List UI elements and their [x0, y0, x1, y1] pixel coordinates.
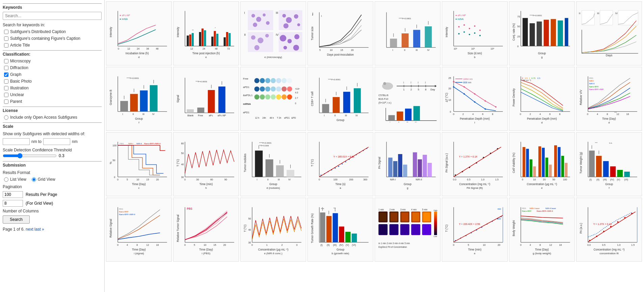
scale-to-input[interactable] [43, 138, 70, 145]
graph-item-4[interactable]: 5 10 15 20 Days post-inoculation Tumor s… [307, 1, 373, 65]
svg-point-45 [254, 45, 260, 50]
svg-text:II: II [404, 49, 405, 52]
svg-rect-200 [343, 92, 350, 113]
graph-item-9[interactable]: I II III IV Group Granzyme B ****P<0.000… [106, 67, 172, 131]
svg-text:1.0: 1.0 [481, 178, 484, 181]
svg-text:Time (Day): Time (Day) [132, 182, 146, 185]
graph-item-14[interactable]: 1064 nm 808 nm 0 2 4 6 8 0 10 20 25 Pene… [442, 67, 508, 131]
graph-item-11[interactable]: Free aPD1 &aPDL1 mRNA aPD1 [240, 67, 306, 131]
svg-text:15: 15 [341, 49, 343, 52]
next-link[interactable]: next [26, 227, 33, 232]
graph-item-22[interactable]: Y = 1.27X + 0.14 0.0 0.5 1.0 1.5 Concent… [442, 132, 508, 196]
grid-view-radio[interactable] [32, 177, 36, 182]
graph-item-16[interactable]: PBS NIR-I NIR-II Nano-BFF Nano-BFF+NIR 0… [576, 67, 642, 131]
graph-item-17[interactable]: PBS NIR-I NIR-II Nano-BFF+NIR-II 0 50 10… [106, 132, 172, 196]
svg-text:(I): (I) [589, 178, 592, 181]
graph-item-10[interactable]: Blank Free aFc aFc-NP Signal ***P=0.0003 [173, 67, 239, 131]
grid-container: 0 12 24 36 48 ● αFc-NP ● imNA Incubation… [106, 1, 643, 262]
svg-text:Granzyme B: Granzyme B [109, 89, 112, 105]
svg-text:I: I [123, 113, 123, 116]
cl-unclear[interactable] [4, 93, 8, 97]
svg-point-97 [469, 34, 470, 35]
graph-item-13[interactable]: 1 2 5 8 Day ↓ ↓ ↓ ↓ C57BL/6 B16-F10 (5×1… [375, 67, 440, 131]
graph-item-21[interactable]: NIR-I NIR-II Group PA Signal g [375, 132, 440, 196]
graph-item-18[interactable]: 30 40 50 60 0 30 60 90 Time (min) T (°C)… [173, 132, 239, 196]
scale-nm-unit: nm [72, 139, 78, 144]
license-open-radio[interactable] [4, 115, 8, 120]
svg-text:***: *** [614, 111, 617, 113]
graph-item-19[interactable]: I II III IV Group Tumor nodules ****P<0.… [240, 132, 306, 196]
svg-text:10: 10 [330, 49, 332, 52]
graph-item-5[interactable]: I II III IV ****P<0.0001 [375, 1, 440, 65]
svg-text:C57BL/6: C57BL/6 [378, 94, 388, 97]
cl-parent[interactable] [4, 99, 8, 104]
svg-text:3 min: 3 min [400, 208, 406, 211]
graph-item-23[interactable]: 0 10 20 50 100 Concentration (μg mL⁻¹) C… [509, 132, 575, 196]
svg-text:T (°C): T (°C) [311, 159, 314, 166]
cl-graph[interactable] [4, 72, 8, 77]
graph-item-12[interactable]: I II III IV Group CD8+ T cell ****P<0.00… [307, 67, 373, 131]
graph-item-26[interactable]: PBS 0 5 10 15 20 Time (Day) Relative Tum… [173, 198, 239, 262]
svg-text:III: III [276, 11, 278, 14]
columns-input[interactable] [3, 200, 23, 207]
cl-parent-row: Parent [4, 99, 102, 104]
svg-text:aPD1: aPD1 [243, 86, 249, 89]
graph-item-27[interactable]: 30 40 50 0 1 2 3 Concentration (μg mL⁻¹)… [240, 198, 306, 262]
cl-parent-label: Parent [10, 99, 22, 104]
cl-graph-row: Graph [4, 72, 102, 77]
cl-diffraction[interactable] [4, 66, 8, 70]
svg-rect-331 [276, 165, 284, 177]
last-link[interactable]: last » [34, 227, 44, 232]
svg-rect-512 [390, 224, 399, 235]
pagination-label: Pagination [3, 184, 102, 189]
graph-item-3[interactable]: I II III [240, 1, 306, 65]
cl-illustration[interactable] [4, 86, 8, 90]
svg-text:8: 8 [539, 243, 541, 246]
search-button[interactable]: Search [3, 215, 30, 224]
cb-article[interactable] [4, 43, 8, 48]
svg-point-42 [251, 35, 256, 39]
cl-basicphoto-row: Basic Photo [4, 79, 102, 84]
graph-item-31[interactable]: PBS NIR-I laser NIR-II laser Nano-BFF Na… [509, 198, 575, 262]
svg-text:ExpDec2 Fit of Concentration: ExpDec2 Fit of Concentration [378, 246, 407, 249]
graph-item-29[interactable]: 1 min 2 min 3 min 4 min 5 min [375, 198, 440, 262]
scale-from-input[interactable] [3, 138, 30, 145]
graph-item-32[interactable]: 0.0 0.5 1.0 1.5 Concentration (mg mL⁻¹) … [576, 198, 642, 262]
svg-text:Time (Day): Time (Day) [602, 117, 616, 120]
svg-text:Concentration (μg mL⁻¹): Concentration (μg mL⁻¹) [527, 182, 557, 185]
graph-item-30[interactable]: Y = 220.42X + 2.59 800 400 0 5 10 20 Tim… [442, 198, 508, 262]
cb-containing[interactable] [4, 36, 8, 41]
svg-point-184 [281, 94, 287, 99]
cb-distributed[interactable] [4, 30, 8, 34]
number-of-columns-label: Number of Columns [3, 209, 102, 213]
list-view-radio[interactable] [4, 177, 8, 182]
graph-item-24[interactable]: (I) (II) (III) (IV) (V) (VI) Group Tumor… [576, 132, 642, 196]
svg-point-56 [288, 39, 292, 43]
cl-basicphoto[interactable] [4, 79, 8, 84]
graph-item-20[interactable]: Y = 185.01X + 8.01 0 100 200 300 Time (s… [307, 132, 373, 196]
svg-text:72: 72 [227, 47, 230, 50]
svg-point-249 [495, 106, 497, 108]
svg-text:2: 2 [410, 88, 412, 91]
svg-line-392 [454, 147, 501, 177]
graph-item-8[interactable]: II III IV Days [576, 1, 642, 65]
graph-item-2[interactable]: 12 24 48 72 Time post injection (h) Inte… [173, 1, 239, 65]
cl-illustration-label: Illustration [10, 86, 29, 90]
svg-text:Group: Group [135, 117, 143, 120]
graph-item-7[interactable]: ****P<0.0001 Group Conj. rate (%) 0 25 5… [509, 1, 575, 65]
svg-text:PBS: PBS [187, 207, 192, 210]
svg-text:5 min: 5 min [422, 208, 428, 211]
graph-item-6[interactable]: 10¹ 10² 10³ ● αFc-NP ● imNA S [442, 1, 508, 65]
svg-rect-108 [537, 21, 542, 46]
cl-microscopy[interactable] [4, 59, 8, 63]
keyword-search-input[interactable] [3, 12, 102, 20]
svg-text:IV: IV [276, 33, 278, 36]
graph-item-28[interactable]: (I) (II) (III) (IV) (V) (VI) Group Tumor… [307, 198, 373, 262]
svg-point-248 [485, 100, 486, 101]
per-page-input[interactable] [3, 191, 23, 198]
scale-threshold-slider[interactable] [3, 153, 57, 158]
graph-item-15[interactable]: 2 1.5 1 0.75 0.5 (W cm⁻²) 0 2 4 6 8 Pene… [509, 67, 575, 131]
graph-item-25[interactable]: PBS Nano-BFF Nano-BFF+NIR-II 0 4 8 12 16… [106, 198, 172, 262]
graph-item-1[interactable]: 0 12 24 36 48 ● αFc-NP ● imNA Incubation… [106, 1, 172, 65]
svg-text:Incubation time (h): Incubation time (h) [126, 51, 149, 55]
